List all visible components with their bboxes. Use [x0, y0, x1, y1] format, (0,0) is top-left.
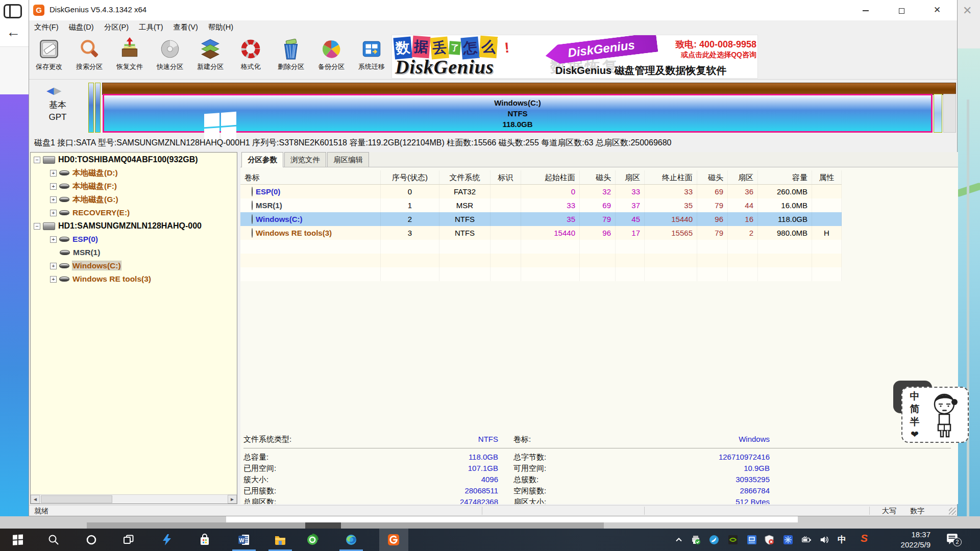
minimize-button[interactable]: [851, 0, 880, 20]
tray-security-shield-icon[interactable]: [764, 535, 774, 545]
disk-nav-arrows[interactable]: ◀▶: [46, 85, 69, 98]
tab-sector-edit[interactable]: 扇区编辑: [327, 152, 369, 167]
sogou-icon[interactable]: S: [861, 532, 868, 544]
toolbar-button-backup-partition[interactable]: 备份分区: [312, 36, 350, 77]
ime-indicator[interactable]: 中: [838, 534, 846, 545]
tray-volume-icon[interactable]: [819, 535, 829, 545]
taskbar-app-cortana-icon[interactable]: [85, 534, 97, 546]
column-header[interactable]: 卷标: [240, 170, 381, 184]
column-header[interactable]: 文件系统: [439, 170, 491, 184]
tree-item-esp-0-[interactable]: +ESP(0): [31, 232, 237, 245]
tray-messenger-icon[interactable]: [709, 535, 719, 545]
expand-icon[interactable]: +: [50, 210, 57, 216]
taskbar-app-task-view-icon[interactable]: [122, 534, 135, 546]
sidebar-toggle-icon[interactable]: [4, 4, 22, 18]
close-button[interactable]: ✕: [922, 0, 952, 20]
column-header[interactable]: 扇区: [728, 170, 758, 184]
menu-item-5[interactable]: 查看(V): [168, 20, 203, 34]
tree-item-recovery-e-[interactable]: +RECOVERY(E:): [31, 206, 237, 219]
column-header[interactable]: 容量: [758, 170, 812, 184]
menu-item-1[interactable]: 文件(F): [29, 20, 64, 34]
table-row-windows-re-tools-3-[interactable]: Windows RE tools(3)3NTFS1544096171556579…: [240, 226, 842, 240]
taskbar-app-search-icon[interactable]: [47, 534, 60, 546]
selected-partition-bar[interactable]: Windows(C:) NTFS 118.0GB: [103, 94, 933, 133]
ad-banner[interactable]: 数据丢了怎么! DiskGenius 数据恢复 DiskGenius 致电: 4…: [391, 35, 758, 79]
column-header[interactable]: 标识: [491, 170, 521, 184]
expand-icon[interactable]: +: [50, 183, 57, 190]
menu-item-6[interactable]: 帮助(H): [203, 20, 238, 34]
expand-icon[interactable]: +: [50, 263, 57, 269]
scroll-left-icon[interactable]: ◄: [31, 495, 40, 504]
taskbar-app-word-icon[interactable]: W: [238, 534, 250, 546]
collapse-icon[interactable]: −: [34, 157, 40, 163]
toolbar-button-system-migrate[interactable]: 系统迁移: [353, 36, 390, 77]
msr-partition-bar[interactable]: [95, 83, 101, 133]
taskbar-app-start-icon[interactable]: [12, 534, 24, 546]
tree-item-hd1-samsungmznln128hahq-000[interactable]: −HD1:SAMSUNGMZNLN128HAHQ-000: [31, 219, 237, 232]
column-header[interactable]: 磁头: [580, 170, 616, 184]
maximize-button[interactable]: [887, 0, 916, 20]
tray-snowflake-icon[interactable]: [783, 535, 793, 545]
ime-floating-widget[interactable]: 中简半❤: [901, 387, 969, 443]
back-arrow-icon[interactable]: ←: [6, 24, 20, 40]
tray-battery-icon[interactable]: [801, 535, 812, 545]
taskbar-app-browser-360-icon[interactable]: [306, 534, 318, 546]
toolbar-button-recover[interactable]: 恢复文件: [111, 36, 149, 77]
expand-icon[interactable]: +: [50, 236, 57, 243]
expand-icon[interactable]: +: [50, 170, 57, 177]
tray-printer-icon[interactable]: [691, 535, 701, 545]
taskbar-app-edge-icon[interactable]: [345, 534, 357, 546]
menu-item-3[interactable]: 分区(P): [99, 20, 134, 34]
re-tools-partition-bar[interactable]: [934, 94, 942, 133]
tray-nvidia-icon[interactable]: [728, 535, 738, 545]
taskbar-app-explorer-icon[interactable]: [274, 534, 286, 546]
tree-item-msr-1-[interactable]: MSR(1): [31, 245, 237, 259]
resize-grip[interactable]: [949, 508, 956, 515]
tray-intel-graphics-icon[interactable]: [747, 535, 757, 545]
expand-icon[interactable]: +: [50, 276, 57, 283]
taskbar-clock[interactable]: 18:37 2022/5/9: [868, 530, 930, 550]
table-row-msr-1-[interactable]: MSR(1)1MSR33693735794416.0MB: [240, 198, 842, 212]
tab-partition-params[interactable]: 分区参数: [241, 152, 283, 167]
esp-partition-bar[interactable]: [88, 83, 94, 133]
column-header[interactable]: 终止柱面: [645, 170, 697, 184]
column-header[interactable]: 属性: [812, 170, 842, 184]
column-header[interactable]: 起始柱面: [521, 170, 580, 184]
collapse-icon[interactable]: −: [34, 223, 40, 230]
scrollbar-thumb[interactable]: [41, 495, 112, 503]
scroll-right-icon[interactable]: ►: [228, 495, 237, 504]
toolbar-button-format[interactable]: 格式化: [232, 36, 270, 77]
menu-item-4[interactable]: 工具(T): [134, 20, 168, 34]
tree-item-windows-c-[interactable]: +Windows(C:): [31, 259, 237, 272]
column-header[interactable]: 序号(状态): [381, 170, 439, 184]
taskbar-app-store-icon[interactable]: [199, 534, 211, 546]
partition-detail-panel: 分区参数浏览文件扇区编辑 卷标序号(状态)文件系统标识起始柱面磁头扇区终止柱面磁…: [240, 152, 958, 504]
table-row-windows-c-[interactable]: Windows(C:)2NTFS357945154409616118.0GB: [240, 212, 842, 226]
background-close-icon[interactable]: ✕: [963, 4, 972, 17]
tree-item-windows-re-tools-3-[interactable]: +Windows RE tools(3): [31, 272, 237, 285]
menu-item-2[interactable]: 磁盘(D): [64, 20, 99, 34]
detail-row: 已用空间:107.1GB可用空间:10.9GB: [243, 463, 956, 474]
column-header[interactable]: 磁头: [697, 170, 728, 184]
toolbar-button-search[interactable]: 搜索分区: [70, 36, 108, 77]
toolbar-button-new-partition[interactable]: 新建分区: [191, 36, 229, 77]
tree-item--f-[interactable]: +本地磁盘(F:): [31, 179, 237, 192]
tray-chevron-up-icon[interactable]: [674, 535, 684, 545]
background-scrollbar[interactable]: [967, 99, 969, 551]
column-header[interactable]: 扇区: [616, 170, 645, 184]
title-bar[interactable]: G DiskGenius V5.4.3.1342 x64 ✕: [29, 0, 957, 20]
tree-horizontal-scrollbar[interactable]: ◄ ►: [31, 494, 237, 504]
notification-center-icon[interactable]: 2: [946, 533, 961, 547]
toolbar-button-quick-partition[interactable]: 快速分区: [151, 36, 189, 77]
tree-item--g-[interactable]: +本地磁盘(G:): [31, 192, 237, 206]
toolbar-button-save[interactable]: 保存更改: [30, 36, 68, 77]
taskbar-app-thunder-icon[interactable]: [161, 534, 173, 546]
tree-item--d-[interactable]: +本地磁盘(D:): [31, 166, 237, 179]
expand-icon[interactable]: +: [50, 196, 57, 203]
tree-item-hd0-toshibamq04abf100-932gb-[interactable]: −HD0:TOSHIBAMQ04ABF100(932GB): [31, 153, 237, 166]
toolbar-button-delete-partition[interactable]: 删除分区: [272, 36, 310, 77]
ad-qq-link[interactable]: 或点击此处选择QQ咨询: [662, 51, 756, 60]
table-row-esp-0-[interactable]: ESP(0)0FAT3203233336936260.0MB: [240, 185, 842, 198]
tab-browse-files[interactable]: 浏览文件: [284, 152, 326, 167]
taskbar-app-diskgenius-icon[interactable]: [387, 534, 400, 546]
